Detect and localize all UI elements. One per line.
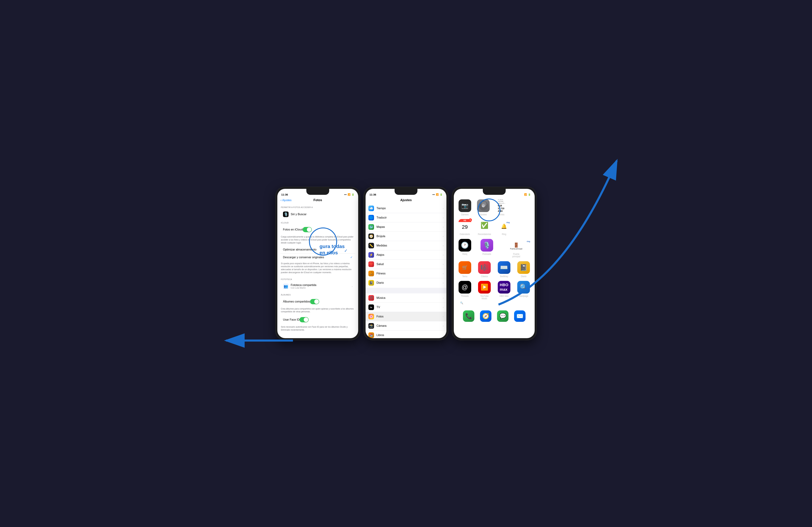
app-threads[interactable]: @ Threads [457, 281, 472, 300]
app-diario[interactable]: 📓 Diario [516, 261, 531, 277]
row-fototeca-comp[interactable]: 👥 Fototeca compartida Con Lola Martín › [280, 281, 356, 291]
diario-chevron: › [443, 281, 444, 284]
row-medidas[interactable]: 📏 Medidas › [366, 241, 446, 250]
dock-mail[interactable]: ✉️ [514, 310, 525, 323]
phone-dock-icon: 📞 [463, 310, 474, 322]
section-fototeca: FOTOTECA [277, 276, 358, 281]
hbomax-home-icon: HBOmax [498, 281, 510, 294]
libros-chevron: › [443, 334, 444, 337]
app-temu[interactable]: 🛒 Temu [457, 261, 472, 277]
podcasts-home-label: Podcasts [482, 253, 491, 255]
row-optimizar[interactable]: Optimizar almacenamiento [280, 246, 356, 253]
albumes-toggle[interactable] [310, 299, 319, 304]
storage-desc: Si queda poco espacio libre en el iPhone… [277, 261, 358, 276]
settings-content: PERMITIR A FOTOS ACCEDER A 🎙️ Siri y Bus… [277, 204, 358, 338]
libros-icon: 📚 [368, 332, 374, 338]
salud-icon: ❤️ [368, 261, 374, 267]
salud-chevron: › [443, 263, 444, 266]
row-fotos[interactable]: 🌸 Fotos › [366, 312, 446, 321]
battery-icon-3: 🔋 [528, 193, 531, 196]
libros-label: Libros [376, 334, 443, 337]
puerta-home-icon: ring 🚪 Puerta principal [501, 239, 531, 251]
descargar-label: Descargar y conservar originales [283, 256, 324, 259]
app-startpage[interactable]: 🔍 Startpage [516, 281, 531, 300]
hbomax-label: HBO Max [499, 295, 509, 297]
row-tiempo[interactable]: ☁️ Tiempo › [366, 204, 446, 213]
app-swiftkey[interactable]: ⌨️ SwiftKey [496, 261, 511, 277]
row-camara[interactable]: 📸 Cámara › [366, 321, 446, 331]
app-hbomax[interactable]: HBOmax HBO Max [496, 281, 511, 300]
back-button[interactable]: ‹ Ajustes [280, 198, 291, 202]
time-3: 11:36 [458, 193, 464, 196]
gear-svg [478, 201, 488, 210]
app-clasica[interactable]: 🎼 Clásica [477, 261, 492, 277]
cal-badge: 1 [469, 218, 472, 221]
row-traducir[interactable]: 🌐 Traducir › [366, 213, 446, 222]
screenshot-container: 11:36 ▪▪▪ 📶 🔋 ‹ Ajustes Fotos PERMITIR A… [275, 187, 537, 340]
app-ajustes[interactable]: Ajustes [476, 200, 491, 216]
bolsa-home-label: Bolsa [499, 213, 504, 216]
row-atajos[interactable]: ⚡ Atajos › [366, 250, 446, 260]
app-row-1: 📷 Cámara Ajustes [457, 200, 531, 216]
ytmusic-home-icon: ▶️ [478, 281, 491, 294]
salud-label: Salud [376, 263, 443, 266]
row-brujula[interactable]: 🧭 Brújula › [366, 232, 446, 241]
search-bar[interactable]: 🔍 Buscar [456, 300, 532, 306]
app-podcasts-home[interactable]: 🎙️ Podcasts [479, 239, 494, 258]
clasica-home-icon: 🎼 [478, 261, 491, 274]
row-faceid[interactable]: Usar Face ID [280, 315, 356, 324]
safari-dock-icon: 🧭 [480, 310, 491, 322]
row-mapas[interactable]: 🗺️ Mapas › [366, 222, 446, 232]
mail-dock-icon: ✉️ [514, 310, 525, 322]
notch-2 [395, 189, 417, 195]
siri-label: Siri y Buscar [291, 213, 306, 216]
dock-safari[interactable]: 🧭 [480, 310, 491, 323]
faceid-desc: Será necesario autenticarse con Face ID … [277, 324, 358, 333]
tv-icon: tv [368, 304, 374, 310]
fototeca-label: Fototeca compartida [291, 283, 352, 287]
fotos-icloud-label: Fotos en iCloud [283, 228, 303, 231]
phone-3-frame: 11:36 ▪▪▪ 📶 🔋 📷 Cámara [452, 187, 537, 340]
app-calendario[interactable]: VIE 29 1 Calendario [457, 219, 472, 235]
card-permitir: 🎙️ Siri y Buscar › [280, 209, 356, 219]
calendario-label: Calendario [460, 233, 470, 235]
swiftkey-label: SwiftKey [500, 275, 508, 277]
reloj-home-icon: 🕐 [459, 239, 471, 251]
dock: 📞 🧭 💬 ✉️ [456, 308, 532, 325]
fotos-icloud-toggle[interactable] [303, 227, 312, 232]
camara-chevron: › [443, 324, 444, 327]
albumes-desc: Crea álbumes para compartirlos con quien… [277, 306, 358, 315]
toggle-thumb [307, 227, 311, 232]
temu-home-icon: 🛒 [459, 261, 471, 274]
row-fotos-icloud[interactable]: Fotos en iCloud [280, 225, 356, 234]
wifi-icon: 📶 [348, 193, 350, 196]
app-ring[interactable]: ring 🔔 Ring [496, 219, 511, 235]
app-puerta[interactable]: ring 🚪 Puerta principal Puerta principal [501, 239, 531, 258]
dock-messages[interactable]: 💬 [497, 310, 508, 323]
row-tv[interactable]: tv TV › [366, 303, 446, 312]
diario-icon: 📓 [368, 280, 374, 286]
app-ytmusic[interactable]: ▶️ YouTube Music [477, 281, 492, 300]
bolsa-home-icon: et cierras el Dowsube un 0.... 9,16 37.7… [495, 200, 508, 212]
row-musica[interactable]: 🎵 Música › [366, 293, 446, 303]
dock-phone[interactable]: 📞 [463, 310, 474, 323]
faceid-toggle[interactable] [300, 317, 309, 322]
row-libros[interactable]: 📚 Libros › [366, 331, 446, 338]
row-salud[interactable]: ❤️ Salud › [366, 260, 446, 269]
mapas-label: Mapas [376, 225, 443, 229]
mapas-chevron: › [443, 225, 444, 229]
row-diario[interactable]: 📓 Diario › [366, 278, 446, 288]
tv-chevron: › [443, 306, 444, 309]
row-fitness[interactable]: 🏃 Fitness › [366, 269, 446, 278]
app-reloj[interactable]: 🕐 Reloj [457, 239, 472, 258]
siri-icon: 🎙️ [283, 211, 289, 217]
app-recordatorios[interactable]: ✅ Recordatorios [477, 219, 492, 235]
ajustes-list: ☁️ Tiempo › 🌐 Traducir › 🗺️ Mapas › [366, 204, 446, 338]
row-albumes-comp[interactable]: Álbumes compartidos [280, 297, 356, 306]
row-siri[interactable]: 🎙️ Siri y Buscar › [280, 209, 356, 219]
app-bolsa[interactable]: et cierras el Dowsube un 0.... 9,16 37.7… [494, 200, 509, 216]
app-camara[interactable]: 📷 Cámara [457, 200, 472, 216]
phone-1-frame: 11:36 ▪▪▪ 📶 🔋 ‹ Ajustes Fotos PERMITIR A… [275, 187, 360, 340]
app-row-4: 🛒 Temu 🎼 Clásica ⌨️ Swift [457, 261, 531, 277]
row-descargar[interactable]: Descargar y conservar originales ✓ [280, 253, 356, 261]
